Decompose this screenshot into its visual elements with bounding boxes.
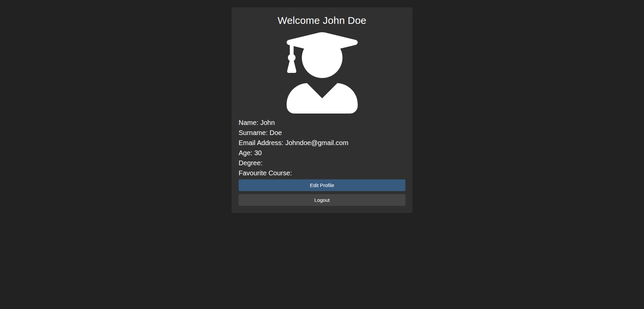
info-line-surname: Surname: Doe xyxy=(239,128,405,138)
info-line-favourite-course: Favourite Course: xyxy=(239,168,405,178)
info-line-age: Age: 30 xyxy=(239,148,405,158)
info-line-degree: Degree: xyxy=(239,158,405,168)
logout-button[interactable]: Logout xyxy=(239,194,405,206)
user-graduate-icon xyxy=(239,32,405,114)
user-graduate-svg xyxy=(287,32,358,114)
profile-card: Welcome John Doe Name: John Surname: Doe… xyxy=(232,7,412,213)
info-line-name: Name: John xyxy=(239,118,405,128)
welcome-title: Welcome John Doe xyxy=(239,14,405,27)
edit-profile-button[interactable]: Edit Profile xyxy=(239,179,405,191)
profile-info: Name: John Surname: Doe Email Address: J… xyxy=(239,118,405,178)
info-line-email: Email Address: Johndoe@gmail.com xyxy=(239,138,405,148)
